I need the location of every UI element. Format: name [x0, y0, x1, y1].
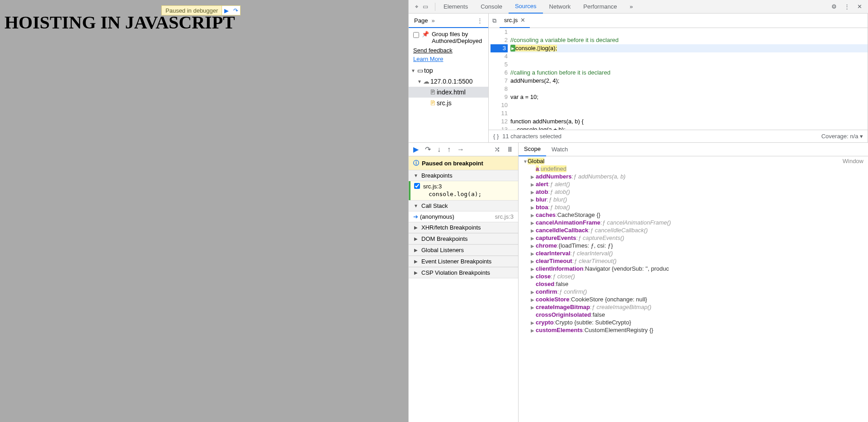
scope-prop[interactable]: ▶chrome: {loadTimes: ƒ, csi: ƒ} — [519, 242, 868, 249]
tree-file-index[interactable]: 🖹index.html — [409, 87, 488, 98]
debugger-toolbar: ▶ ↷ ↓ ↑ → ⤭ ⏸ — [409, 143, 518, 156]
step-over-icon[interactable]: ↷ — [231, 6, 240, 15]
tab-sources[interactable]: Sources — [509, 0, 543, 14]
tab-watch[interactable]: Watch — [546, 143, 573, 156]
coverage-toggle-icon[interactable]: ▾ — [860, 133, 863, 140]
resume-icon[interactable]: ▶ — [222, 6, 231, 15]
scope-prop[interactable]: crossOriginIsolated: false — [519, 311, 868, 319]
learn-more-link[interactable]: Learn More — [413, 56, 484, 62]
section-callstack[interactable]: ▼Call Stack — [409, 200, 518, 211]
tab-elements[interactable]: Elements — [437, 0, 474, 14]
info-icon: ⓘ — [413, 159, 419, 167]
tree-host[interactable]: ▼☁127.0.0.1:5500 — [409, 76, 488, 87]
scope-prop[interactable]: ▶close: ƒ close() — [519, 272, 868, 280]
pin-icon: 📌 — [422, 31, 429, 38]
debugger-sidebar: ▶ ↷ ↓ ↑ → ⤭ ⏸ ⓘ Paused on breakpoint ▼Br… — [409, 143, 519, 422]
devtools-tabbar: ⌖ ▭ Elements Console Sources Network Per… — [409, 0, 868, 14]
step-over-button[interactable]: ↷ — [425, 145, 431, 154]
file-tab-srcjs[interactable]: src.js ✕ — [500, 14, 530, 28]
code-editor: ⧉ src.js ✕ 1234567891011121314 //consoli… — [489, 14, 868, 142]
pause-exceptions-button[interactable]: ⏸ — [506, 145, 514, 154]
tab-more[interactable]: » — [623, 0, 639, 14]
page-panel-label: Page — [414, 17, 428, 24]
scope-prop[interactable]: ▶confirm: ƒ confirm() — [519, 288, 868, 295]
scope-prop[interactable]: ▶alert: ƒ alert() — [519, 180, 868, 188]
scope-prop[interactable]: ▶atob: ƒ atob() — [519, 188, 868, 196]
scope-prop[interactable]: ▶crypto: Crypto {subtle: SubtleCrypto} — [519, 319, 868, 326]
breakpoint-item[interactable]: src.js:3 console.log(a); — [409, 181, 518, 200]
scope-prop[interactable]: ▶blur: ƒ blur() — [519, 196, 868, 203]
pause-banner-text: Paused in debugger — [162, 6, 222, 15]
paused-message: ⓘ Paused on breakpoint — [409, 156, 518, 170]
nav-toggle-icon[interactable]: ⧉ — [489, 17, 500, 24]
debugger-pause-banner: Paused in debugger ▶ ↷ — [161, 5, 241, 15]
page-panel-more[interactable]: » — [431, 17, 434, 24]
close-icon[interactable]: ✕ — [855, 3, 863, 11]
step-out-button[interactable]: ↑ — [447, 145, 451, 154]
tab-scope[interactable]: Scope — [519, 143, 546, 156]
scope-prop[interactable]: ▶customElements: CustomElementRegistry {… — [519, 326, 868, 334]
pretty-print-icon[interactable]: { } — [493, 133, 499, 140]
scope-prop[interactable]: ▶cancelAnimationFrame: ƒ cancelAnimation… — [519, 219, 868, 226]
tree-top[interactable]: ▼▭top — [409, 65, 488, 76]
scope-prop[interactable]: ▶cancelIdleCallback: ƒ cancelIdleCallbac… — [519, 226, 868, 234]
section-global[interactable]: ▶Global Listeners — [409, 244, 518, 256]
scope-prop[interactable]: ▶createImageBitmap: ƒ createImageBitmap(… — [519, 303, 868, 311]
scope-prop[interactable]: ▶cookieStore: CookieStore {onchange: nul… — [519, 295, 868, 303]
deactivate-bp-button[interactable]: ⤭ — [494, 145, 500, 154]
inspect-icon[interactable]: ⌖ — [412, 3, 420, 11]
send-feedback-link[interactable]: Send feedback — [413, 47, 484, 54]
section-breakpoints[interactable]: ▼Breakpoints — [409, 170, 518, 181]
scope-panel: Scope Watch ▼Global Window a: undefined▶… — [519, 143, 868, 422]
tab-network[interactable]: Network — [543, 0, 577, 14]
section-xhr[interactable]: ▶XHR/fetch Breakpoints — [409, 222, 518, 233]
group-files-checkbox[interactable] — [413, 32, 419, 38]
close-file-icon[interactable]: ✕ — [520, 17, 525, 23]
scope-prop[interactable]: ▶captureEvents: ƒ captureEvents() — [519, 234, 868, 242]
kebab-icon[interactable]: ⋮ — [843, 3, 851, 11]
devtools-panel: ⌖ ▭ Elements Console Sources Network Per… — [408, 0, 868, 422]
current-frame-icon: ➔ — [413, 213, 418, 220]
file-tree: ▼▭top ▼☁127.0.0.1:5500 🖹index.html 🖹src.… — [409, 65, 488, 108]
device-toggle-icon[interactable]: ▭ — [421, 3, 429, 11]
resume-button[interactable]: ▶ — [413, 145, 419, 154]
scope-prop[interactable]: closed: false — [519, 280, 868, 288]
tree-file-srcjs[interactable]: 🖹src.js — [409, 98, 488, 108]
scope-prop[interactable]: ▶addNumbers: ƒ addNumbers(a, b) — [519, 173, 868, 180]
breakpoint-checkbox[interactable] — [414, 183, 420, 189]
scope-prop[interactable]: a: undefined — [519, 165, 868, 173]
step-button[interactable]: → — [457, 145, 464, 154]
tab-console[interactable]: Console — [474, 0, 509, 14]
scope-prop[interactable]: ▶clearTimeout: ƒ clearTimeout() — [519, 257, 868, 265]
rendered-page: Paused in debugger ▶ ↷ HOISTING IN JAVAS… — [0, 0, 408, 422]
tab-performance[interactable]: Performance — [577, 0, 623, 14]
editor-status: { }11 characters selected Coverage: n/a … — [489, 130, 868, 142]
scope-prop[interactable]: ▶clearInterval: ƒ clearInterval() — [519, 249, 868, 257]
scope-global-row[interactable]: ▼Global Window — [519, 157, 868, 165]
section-dom[interactable]: ▶DOM Breakpoints — [409, 233, 518, 244]
section-csp[interactable]: ▶CSP Violation Breakpoints — [409, 267, 518, 278]
scope-prop[interactable]: ▶clientInformation: Navigator {vendorSub… — [519, 265, 868, 272]
page-navigator: Page » ⋮ 📌 Group files by Authored/Deplo… — [409, 14, 489, 142]
stack-frame[interactable]: ➔(anonymous) src.js:3 — [409, 211, 518, 222]
scope-prop[interactable]: ▶caches: CacheStorage {} — [519, 211, 868, 219]
step-into-button[interactable]: ↓ — [437, 145, 441, 154]
group-files-label: Group files by Authored/Deployed — [432, 31, 484, 44]
page-panel-kebab[interactable]: ⋮ — [477, 17, 483, 24]
section-event[interactable]: ▶Event Listener Breakpoints — [409, 256, 518, 267]
scope-prop[interactable]: ▶btoa: ƒ btoa() — [519, 203, 868, 211]
code-area[interactable]: 1234567891011121314 //consoling a variab… — [489, 28, 868, 130]
settings-icon[interactable]: ⚙ — [830, 3, 838, 11]
